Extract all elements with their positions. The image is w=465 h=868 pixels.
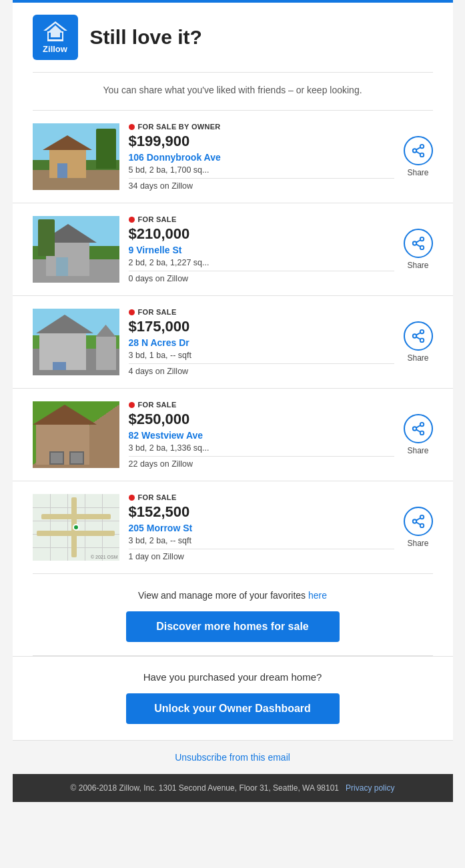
share-icon-4 xyxy=(411,421,426,436)
logo-text: Zillow xyxy=(43,44,67,54)
share-button-3[interactable]: Share xyxy=(404,321,433,363)
favorites-text: View and manage more of your favorites h… xyxy=(33,590,433,601)
listing-status-5: FOR SALE xyxy=(129,493,394,501)
map-line xyxy=(102,494,103,561)
listing-row-2: FOR SALE $210,000 9 Virnelle St 2 bd, 2 … xyxy=(13,203,453,296)
share-icon-1 xyxy=(411,143,426,158)
listing-details-3: FOR SALE $175,000 28 N Acres Dr 3 bd, 1 … xyxy=(129,308,394,376)
listing-details-2: FOR SALE $210,000 9 Virnelle St 2 bd, 2 … xyxy=(129,215,394,283)
listing-days-5: 1 day on Zillow xyxy=(129,552,394,561)
share-label-3: Share xyxy=(407,353,428,363)
footer: © 2006-2018 Zillow, Inc. 1301 Second Ave… xyxy=(13,774,453,802)
unsubscribe-section: Unsubscribe from this email xyxy=(13,740,453,774)
share-label-4: Share xyxy=(407,446,428,455)
owner-dashboard-button[interactable]: Unlock your Owner Dashboard xyxy=(126,693,340,724)
discover-button[interactable]: Discover more homes for sale xyxy=(126,611,340,642)
listing-address-1[interactable]: 106 Donnybrook Ave xyxy=(129,152,394,163)
share-button-2[interactable]: Share xyxy=(404,229,433,270)
listing-address-3[interactable]: 28 N Acres Dr xyxy=(129,337,394,348)
svg-line-17 xyxy=(416,333,420,335)
listing-status-4: FOR SALE xyxy=(129,401,394,409)
share-label-2: Share xyxy=(407,261,428,270)
listing-details-5: FOR SALE $152,500 205 Morrow St 3 bd, 2 … xyxy=(129,493,394,561)
header: Zillow Still love it? xyxy=(13,3,453,72)
svg-line-22 xyxy=(416,425,420,428)
share-circle-4[interactable] xyxy=(404,414,433,443)
listing-image-2[interactable] xyxy=(33,216,119,283)
share-button-5[interactable]: Share xyxy=(404,507,433,548)
svg-point-14 xyxy=(412,334,416,338)
listing-image-1[interactable] xyxy=(33,123,119,190)
share-button-4[interactable]: Share xyxy=(404,414,433,455)
svg-point-4 xyxy=(412,149,416,153)
svg-line-16 xyxy=(416,337,420,339)
listing-specs-5: 3 bd, 2 ba, -- sqft xyxy=(129,536,394,549)
email-container: Zillow Still love it? You can share what… xyxy=(13,0,453,802)
listing-address-5[interactable]: 205 Morrow St xyxy=(129,523,394,533)
status-dot-1 xyxy=(129,124,135,130)
share-label-5: Share xyxy=(407,539,428,548)
svg-line-12 xyxy=(416,240,420,243)
listing-price-3: $175,000 xyxy=(129,318,394,335)
unsubscribe-link[interactable]: Unsubscribe from this email xyxy=(175,752,290,763)
listing-days-4: 22 days on Zillow xyxy=(129,459,394,469)
listing-address-2[interactable]: 9 Virnelle St xyxy=(129,245,394,255)
svg-point-20 xyxy=(420,431,424,435)
listing-status-3: FOR SALE xyxy=(129,308,394,316)
favorites-section: View and manage more of your favorites h… xyxy=(13,574,453,655)
zillow-logo: Zillow xyxy=(33,15,78,60)
share-label-1: Share xyxy=(407,168,428,177)
share-circle-3[interactable] xyxy=(404,321,433,351)
status-dot-2 xyxy=(129,217,135,223)
listing-price-2: $210,000 xyxy=(129,225,394,243)
listing-days-2: 0 days on Zillow xyxy=(129,274,394,283)
listing-row-4: FOR SALE $250,000 82 Westview Ave 3 bd, … xyxy=(13,389,453,481)
svg-line-21 xyxy=(416,429,420,432)
footer-text: © 2006-2018 Zillow, Inc. 1301 Second Ave… xyxy=(71,783,339,793)
listing-days-3: 4 days on Zillow xyxy=(129,367,394,376)
share-icon-3 xyxy=(411,329,426,343)
listing-row: FOR SALE BY OWNER $199,900 106 Donnybroo… xyxy=(13,111,453,203)
svg-point-18 xyxy=(420,423,424,427)
listing-status-2: FOR SALE xyxy=(129,215,394,223)
svg-point-25 xyxy=(420,524,424,528)
listing-row-5: © 2021 OSM FOR SALE $152,500 205 Morrow … xyxy=(13,481,453,573)
share-button-1[interactable]: Share xyxy=(404,136,433,177)
svg-line-27 xyxy=(416,518,420,521)
listing-image-5[interactable]: © 2021 OSM xyxy=(33,494,119,561)
listing-days-1: 34 days on Zillow xyxy=(129,181,394,191)
privacy-policy-link[interactable]: Privacy policy xyxy=(346,783,394,793)
svg-point-13 xyxy=(420,330,424,334)
listing-price-1: $199,900 xyxy=(129,133,394,150)
share-icon-2 xyxy=(411,236,426,251)
listings-container: FOR SALE BY OWNER $199,900 106 Donnybroo… xyxy=(13,111,453,573)
listing-price-4: $250,000 xyxy=(129,411,394,428)
share-circle-1[interactable] xyxy=(404,136,433,165)
share-circle-2[interactable] xyxy=(404,229,433,258)
page-title: Still love it? xyxy=(90,26,202,49)
favorites-link[interactable]: here xyxy=(308,590,327,601)
listing-row-3: FOR SALE $175,000 28 N Acres Dr 3 bd, 1 … xyxy=(13,296,453,389)
listing-image-3[interactable] xyxy=(33,309,119,375)
share-circle-5[interactable] xyxy=(404,507,433,536)
svg-point-10 xyxy=(420,246,424,250)
listing-details-1: FOR SALE BY OWNER $199,900 106 Donnybroo… xyxy=(129,123,394,191)
svg-point-24 xyxy=(412,519,416,523)
status-dot-3 xyxy=(129,309,135,315)
map-line xyxy=(50,494,51,561)
dream-text: Have you purchased your dream home? xyxy=(33,671,433,683)
svg-point-23 xyxy=(420,515,424,519)
subtitle-text: You can share what you've liked with fri… xyxy=(103,85,362,95)
map-marker xyxy=(73,524,79,531)
svg-point-8 xyxy=(420,237,424,241)
listing-address-4[interactable]: 82 Westview Ave xyxy=(129,430,394,441)
status-dot-5 xyxy=(129,495,135,501)
svg-point-19 xyxy=(412,427,416,431)
svg-line-6 xyxy=(416,151,420,154)
listing-image-4[interactable] xyxy=(33,401,119,468)
svg-line-7 xyxy=(416,147,420,150)
dream-section: Have you purchased your dream home? Unlo… xyxy=(13,656,453,740)
listing-specs-1: 5 bd, 2 ba, 1,700 sq... xyxy=(129,165,394,179)
svg-point-15 xyxy=(420,339,424,343)
listing-specs-3: 3 bd, 1 ba, -- sqft xyxy=(129,351,394,364)
